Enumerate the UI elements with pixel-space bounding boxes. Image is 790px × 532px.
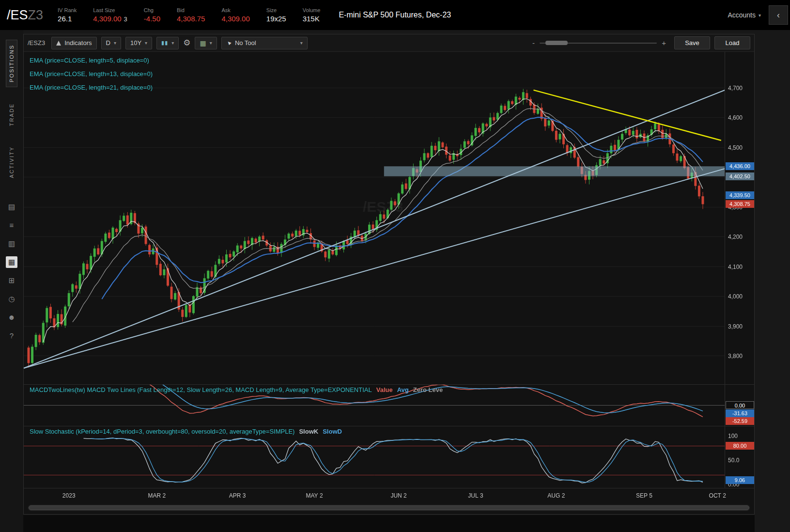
list-icon[interactable]: ≡ xyxy=(6,219,17,231)
clock-icon[interactable]: ◷ xyxy=(6,293,17,305)
sidebar-tab-trade[interactable]: TRADE xyxy=(6,99,17,130)
field-size: Size 19x25 xyxy=(266,7,286,23)
chart-doc-icon[interactable]: ▤ xyxy=(6,201,17,213)
indicators-button[interactable]: Indicators xyxy=(51,37,96,49)
study-label-ema21[interactable]: EMA (price=CLOSE, length=21, displace=0) xyxy=(30,84,153,91)
symbol-root: /ES xyxy=(7,8,28,22)
left-sidebar: POSITIONS TRADE ACTIVITY ▤ ≡ ▥ ▦ ⊞ ◷ ☻ ? xyxy=(0,30,23,532)
chevron-down-icon: ▾ xyxy=(171,40,174,46)
macd-axis-bubble: -52.59 xyxy=(726,417,754,425)
chart-symbol-label: /ESZ3 xyxy=(28,39,45,47)
chevron-down-icon: ▾ xyxy=(759,13,761,18)
chevron-down-icon: ▾ xyxy=(210,40,212,46)
chart-style-dropdown[interactable]: ▮▮ ▾ xyxy=(156,37,179,49)
field-ask: Ask 4,309.00 xyxy=(221,7,249,23)
notes-icon[interactable]: ▥ xyxy=(6,238,17,250)
chart-main-region: /ESZ3 Indicators D ▾ 10Y ▾ ▮▮ xyxy=(23,30,790,532)
flask-icon xyxy=(56,41,61,46)
grid-chart-icon[interactable]: ▦ xyxy=(6,256,17,268)
field-bid: Bid 4,308.75 xyxy=(177,7,205,23)
candlestick-icon: ▮▮ xyxy=(161,40,168,46)
price-axis-bubble: 4,308.75 xyxy=(726,200,754,208)
macd-axis-bubble: -31.63 xyxy=(726,409,754,417)
field-iv-rank: IV Rank 26.1 xyxy=(58,7,77,23)
accounts-dropdown[interactable]: Accounts ▾ xyxy=(728,11,761,19)
chart-hscrollbar xyxy=(28,504,750,511)
chart-area: EMA (price=CLOSE, length=5, displace=0) … xyxy=(24,52,754,502)
collapse-panel-button[interactable]: ‹ xyxy=(769,5,788,25)
sidebar-tab-activity[interactable]: ACTIVITY xyxy=(6,142,17,183)
zoom-out-button[interactable]: - xyxy=(532,39,535,47)
drawing-tool-dropdown[interactable]: ► No Tool ▾ xyxy=(221,37,308,49)
field-last-size: Last Size 4,309.003 xyxy=(93,7,127,23)
price-axis-bubble: 4,436.00 xyxy=(726,162,754,170)
field-volume: Volume 315K xyxy=(303,7,321,23)
save-button[interactable]: Save xyxy=(674,36,710,49)
study-label-ema13[interactable]: EMA (price=CLOSE, length=13, displace=0) xyxy=(30,70,153,78)
zoom-in-button[interactable]: + xyxy=(662,39,666,47)
stoch-axis-bubble: 80.00 xyxy=(726,442,754,450)
sidebar-icons: ▤ ≡ ▥ ▦ ⊞ ◷ ☻ ? xyxy=(6,201,17,342)
bottom-strip xyxy=(23,515,755,532)
symbol-logo: /ESZ3 xyxy=(7,8,43,23)
zoom-slider[interactable] xyxy=(540,43,657,44)
stoch-axis-bubble: 9.06 xyxy=(726,476,754,484)
squares-icon[interactable]: ⊞ xyxy=(6,275,17,286)
study-label-ema5[interactable]: EMA (price=CLOSE, length=5, displace=0) xyxy=(30,57,149,64)
symbol-contract: Z3 xyxy=(28,8,44,22)
range-dropdown[interactable]: 10Y ▾ xyxy=(125,37,152,49)
help-icon[interactable]: ? xyxy=(6,330,17,342)
sidebar-tab-positions[interactable]: POSITIONS xyxy=(6,40,17,87)
zoom-slider-thumb[interactable] xyxy=(545,41,568,45)
chevron-down-icon: ▾ xyxy=(145,40,147,46)
chevron-down-icon: ▾ xyxy=(300,40,303,46)
timeframe-dropdown[interactable]: D ▾ xyxy=(101,37,121,49)
chart-container: /ESZ3 Indicators D ▾ 10Y ▾ ▮▮ xyxy=(23,34,755,515)
grid-icon: ▦ xyxy=(200,39,206,47)
price-axis-bubble: 4,402.50 xyxy=(726,172,754,180)
zoom-control: - + xyxy=(532,39,666,47)
grid-layout-dropdown[interactable]: ▦ ▾ xyxy=(195,37,217,49)
trading-app-window: /ESZ3 IV Rank 26.1 Last Size 4,309.003 C… xyxy=(0,0,790,532)
chart-toolbar: /ESZ3 Indicators D ▾ 10Y ▾ ▮▮ xyxy=(24,34,754,52)
last-size-qty: 3 xyxy=(124,16,127,23)
chevron-down-icon: ▾ xyxy=(114,40,116,46)
macd-axis-bubble: 0.00 xyxy=(726,401,754,409)
study-label-macd[interactable]: MACDTwoLines(tw) MACD Two Lines (Fast Le… xyxy=(30,386,443,393)
study-label-stochastic[interactable]: Slow Stochastic (kPeriod=14, dPeriod=3, … xyxy=(30,428,342,435)
settings-gear-icon[interactable]: ⚙ xyxy=(183,38,190,48)
app-body: POSITIONS TRADE ACTIVITY ▤ ≡ ▥ ▦ ⊞ ◷ ☻ ?… xyxy=(0,30,790,532)
load-button[interactable]: Load xyxy=(714,36,750,49)
cursor-icon: ► xyxy=(225,39,232,47)
people-icon[interactable]: ☻ xyxy=(6,312,17,323)
field-chg: Chg -4.50 xyxy=(144,7,160,23)
price-axis-bubble: 4,339.50 xyxy=(726,191,754,199)
quote-header: /ESZ3 IV Rank 26.1 Last Size 4,309.003 C… xyxy=(0,0,790,30)
chevron-left-icon: ‹ xyxy=(777,10,780,20)
chart-hscrollbar-thumb[interactable] xyxy=(29,505,749,510)
contract-title: E-mini S&P 500 Futures, Dec-23 xyxy=(339,11,451,19)
